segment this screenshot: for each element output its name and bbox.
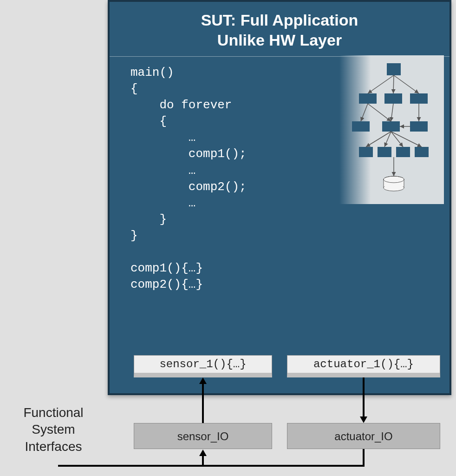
svg-rect-0	[387, 63, 401, 75]
arrow-sensor-up-head	[199, 377, 207, 384]
flowchart-graphic	[345, 61, 438, 200]
sut-title: SUT: Full Application Unlike HW Layer	[110, 2, 449, 57]
interface-to-sensor-head	[199, 450, 207, 456]
svg-line-16	[368, 75, 394, 93]
svg-line-21	[391, 104, 393, 121]
svg-rect-6	[410, 121, 428, 132]
flowchart-inset	[339, 55, 444, 204]
svg-line-18	[394, 75, 419, 93]
svg-line-19	[361, 104, 368, 121]
title-line-1: SUT: Full Application	[201, 11, 358, 29]
svg-rect-7	[359, 147, 373, 157]
svg-rect-1	[359, 93, 377, 104]
sensor-function-box: sensor_1(){…}	[134, 355, 272, 377]
svg-rect-2	[384, 93, 402, 104]
side-label-line-2: System	[32, 422, 75, 436]
interface-bus-line	[58, 465, 365, 467]
svg-line-27	[391, 132, 422, 147]
interface-to-sensor-line	[202, 456, 204, 467]
side-label-line-3: Interfaces	[25, 439, 82, 454]
svg-line-26	[391, 132, 403, 147]
svg-rect-8	[378, 147, 391, 157]
svg-line-20	[368, 104, 391, 121]
svg-rect-3	[410, 93, 428, 104]
svg-rect-10	[415, 147, 429, 157]
svg-rect-4	[352, 121, 370, 132]
arrow-actuator-down-line	[363, 377, 365, 417]
code-block: main() { do forever { … comp1(); … comp2…	[130, 65, 247, 293]
side-label-line-1: Functional	[23, 405, 83, 420]
arrow-actuator-down-head	[360, 416, 367, 423]
actuator-io-box: actuator_IO	[287, 423, 440, 449]
sensor-io-box: sensor_IO	[134, 423, 272, 449]
svg-line-24	[366, 132, 391, 147]
svg-rect-9	[396, 147, 410, 157]
svg-rect-5	[382, 121, 400, 132]
actuator-function-box: actuator_1(){…}	[287, 355, 440, 377]
interface-to-actuator-line	[363, 449, 365, 467]
svg-line-17	[393, 75, 394, 93]
svg-rect-14	[384, 178, 404, 186]
arrow-sensor-up-line	[202, 383, 204, 423]
outer-panel: SUT: Full Application Unlike HW Layer ma…	[0, 0, 456, 476]
title-line-2: Unlike HW Layer	[217, 31, 342, 49]
functional-interfaces-label: Functional System Interfaces	[5, 404, 102, 455]
sut-container: SUT: Full Application Unlike HW Layer ma…	[108, 0, 451, 395]
